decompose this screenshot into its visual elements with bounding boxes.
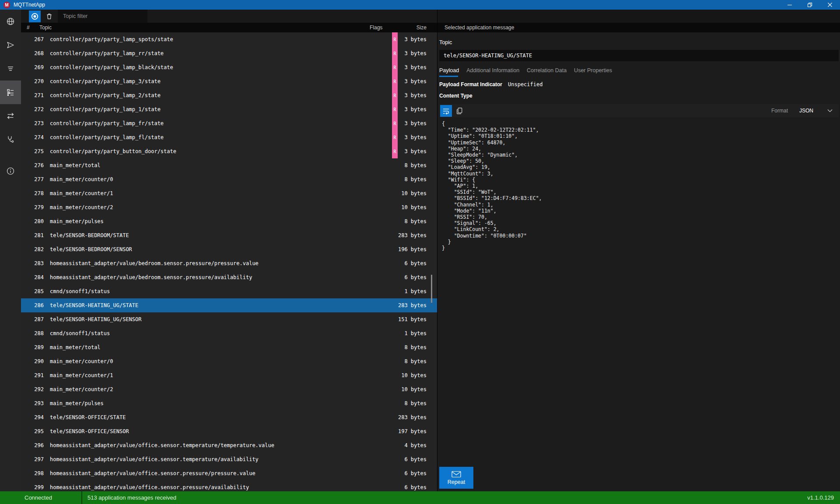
format-dropdown[interactable]: JSON (796, 106, 836, 116)
row-size: 3 bytes (398, 106, 430, 112)
row-number: 286 (21, 302, 50, 308)
row-flags (370, 466, 398, 480)
row-topic: controller/party/party_lamp_fl/state (50, 134, 370, 140)
info-icon (6, 167, 15, 175)
row-size: 8 bytes (398, 162, 430, 168)
row-size: 6 bytes (398, 470, 430, 476)
row-size: 6 bytes (398, 274, 430, 280)
sidebar-item-packets[interactable] (0, 104, 21, 128)
table-row[interactable]: 289main_meter/total8 bytes (21, 340, 437, 354)
table-row[interactable]: 291main_meter/counter/110 bytes (21, 368, 437, 382)
panel-header-label: Selected application message (444, 24, 514, 31)
retained-badge: R (392, 130, 398, 144)
row-size: 8 bytes (398, 358, 430, 364)
table-row[interactable]: 293main_meter/pulses8 bytes (21, 396, 437, 410)
copy-payload-button[interactable] (454, 105, 466, 117)
tab-additional-information[interactable]: Additional Information (466, 67, 520, 77)
table-row[interactable]: 269controller/party/party_lamp_black/sta… (21, 60, 437, 74)
table-row[interactable]: 272controller/party/party_lamp_1/stateR3… (21, 102, 437, 116)
table-row[interactable]: 278main_meter/counter/110 bytes (21, 186, 437, 200)
vertical-scrollbar[interactable] (431, 275, 432, 303)
table-row[interactable]: 277main_meter/counter/08 bytes (21, 172, 437, 186)
record-button[interactable] (29, 10, 41, 22)
row-flags: R (370, 74, 398, 88)
clear-messages-button[interactable] (43, 10, 55, 22)
topic-filter-input[interactable] (58, 10, 147, 23)
row-size: 3 bytes (398, 148, 430, 154)
row-flags: R (370, 130, 398, 144)
table-row[interactable]: 273controller/party/party_lamp_fr/stateR… (21, 116, 437, 130)
table-row[interactable]: 290main_meter/counter/08 bytes (21, 354, 437, 368)
row-number: 274 (21, 134, 50, 140)
sidebar-item-messages[interactable] (0, 80, 21, 104)
table-row[interactable]: 279main_meter/counter/210 bytes (21, 200, 437, 214)
row-flags (370, 340, 398, 354)
sidebar-item-info[interactable] (0, 159, 21, 183)
row-topic: tele/SENSOR-HEATING_UG/STATE (50, 302, 370, 308)
table-row[interactable]: 275controller/party/party_button_door/st… (21, 144, 437, 158)
row-flags (370, 200, 398, 214)
table-row[interactable]: 280main_meter/pulses8 bytes (21, 214, 437, 228)
table-row[interactable]: 283homeassistant_adapter/value/bedroom.s… (21, 256, 437, 270)
table-row[interactable]: 299homeassistant_adapter/value/office.se… (21, 480, 437, 491)
row-topic: controller/party/party_lamp_3/state (50, 78, 370, 84)
panel-header: Selected application message (438, 23, 840, 32)
row-flags (370, 438, 398, 452)
table-row[interactable]: 270controller/party/party_lamp_3/stateR3… (21, 74, 437, 88)
sidebar-item-publish[interactable] (0, 33, 21, 57)
row-flags (370, 354, 398, 368)
sidebar-item-inspector[interactable] (0, 128, 21, 151)
table-row[interactable]: 271controller/party/party_lamp_2/stateR3… (21, 88, 437, 102)
table-row[interactable]: 288cmnd/sonoff1/status1 bytes (21, 326, 437, 340)
row-flags (370, 424, 398, 438)
selected-topic-input[interactable] (439, 50, 839, 61)
row-topic: main_meter/total (50, 162, 370, 168)
row-size: 151 bytes (398, 316, 430, 322)
tab-payload[interactable]: Payload (439, 67, 460, 77)
retained-badge: R (392, 46, 398, 60)
table-row[interactable]: 281tele/SENSOR-BEDROOM/STATE283 bytes (21, 228, 437, 242)
row-topic: homeassistant_adapter/value/office.senso… (50, 442, 370, 448)
row-flags (370, 396, 398, 410)
row-topic: homeassistant_adapter/value/bedroom.sens… (50, 274, 370, 280)
tab-correlation-data[interactable]: Correlation Data (527, 67, 567, 77)
table-row[interactable]: 284homeassistant_adapter/value/bedroom.s… (21, 270, 437, 284)
table-row[interactable]: 287tele/SENSOR-HEATING_UG/SENSOR151 byte… (21, 312, 437, 326)
row-size: 4 bytes (398, 442, 430, 448)
table-row[interactable]: 295tele/SENSOR-OFFICE/SENSOR197 bytes (21, 424, 437, 438)
row-size: 3 bytes (398, 120, 430, 126)
table-row[interactable]: 267controller/party/party_lamp_spots/sta… (21, 32, 437, 46)
message-list-icon (6, 88, 15, 97)
table-row[interactable]: 297homeassistant_adapter/value/office.se… (21, 452, 437, 466)
table-row[interactable]: 296homeassistant_adapter/value/office.se… (21, 438, 437, 452)
row-number: 272 (21, 106, 50, 112)
table-row[interactable]: 294tele/SENSOR-OFFICE/STATE283 bytes (21, 410, 437, 424)
tab-user-properties[interactable]: User Properties (574, 67, 613, 77)
row-topic: controller/party/party_lamp_black/state (50, 64, 370, 70)
row-number: 268 (21, 50, 50, 56)
table-row[interactable]: 268controller/party/party_lamp_rr/stateR… (21, 46, 437, 60)
sidebar-item-subscriptions[interactable] (0, 57, 21, 80)
close-button[interactable] (820, 0, 840, 10)
repeat-button[interactable]: Repeat (439, 467, 473, 489)
row-topic: controller/party/party_lamp_rr/state (50, 50, 370, 56)
row-topic: main_meter/total (50, 344, 370, 350)
sidebar-item-connection[interactable] (0, 10, 21, 33)
table-row[interactable]: 285cmnd/sonoff1/status1 bytes (21, 284, 437, 298)
table-row[interactable]: 292main_meter/counter/210 bytes (21, 382, 437, 396)
retained-badge: R (392, 32, 398, 46)
payload-format-indicator-value: Unspecified (508, 81, 542, 88)
retained-badge: R (392, 88, 398, 102)
restore-button[interactable] (800, 0, 820, 10)
table-row[interactable]: 282tele/SENSOR-BEDROOM/SENSOR196 bytes (21, 242, 437, 256)
payload-viewer[interactable]: { "Time": "2022-02-12T22:02:11", "Uptime… (439, 117, 839, 467)
row-number: 283 (21, 260, 50, 266)
row-topic: main_meter/counter/0 (50, 358, 370, 364)
table-row[interactable]: 298homeassistant_adapter/value/office.se… (21, 466, 437, 480)
row-topic: cmnd/sonoff1/status (50, 288, 370, 294)
table-row[interactable]: 274controller/party/party_lamp_fl/stateR… (21, 130, 437, 144)
table-row[interactable]: 286tele/SENSOR-HEATING_UG/STATE283 bytes (21, 298, 437, 312)
word-wrap-button[interactable] (440, 105, 452, 117)
table-row[interactable]: 276main_meter/total8 bytes (21, 158, 437, 172)
minimize-button[interactable] (780, 0, 800, 10)
